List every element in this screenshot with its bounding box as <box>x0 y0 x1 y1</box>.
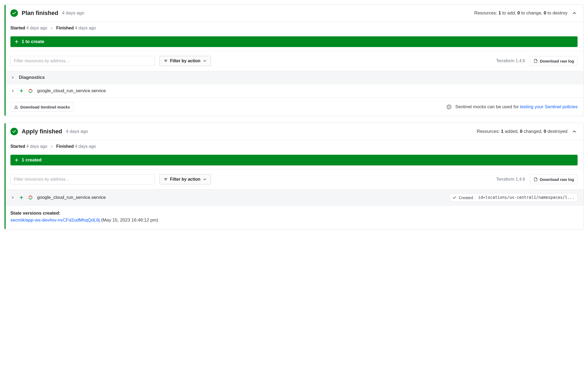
plus-icon <box>19 195 24 200</box>
download-icon <box>14 105 18 109</box>
created-status-chip: Created id=locations/us-central1/namespa… <box>450 193 578 202</box>
terraform-version: Terraform 1.4.6 <box>496 177 525 182</box>
plan-controls: Filter by action Terraform 1.4.6 Downloa… <box>5 51 583 71</box>
chevron-right-icon <box>10 76 15 79</box>
download-raw-log-button[interactable]: Download raw log <box>530 56 578 66</box>
resource-address: google_cloud_run_service.service <box>37 88 106 94</box>
apply-card: Apply finished 4 days ago Resources: 1 a… <box>4 123 584 230</box>
plan-header: Plan finished 4 days ago Resources: 1 to… <box>5 5 583 22</box>
collapse-plan-button[interactable] <box>571 10 578 16</box>
plan-timeline: Started 4 days ago › Finished 4 days ago <box>5 22 583 34</box>
chevron-right-icon <box>10 89 15 93</box>
state-versions-block: State versions created: secmik/app-ws-de… <box>5 206 583 229</box>
apply-ago: 4 days ago <box>66 129 88 134</box>
terraform-version: Terraform 1.4.6 <box>496 59 525 63</box>
gcp-icon <box>28 195 33 200</box>
file-icon <box>533 59 538 63</box>
info-icon <box>446 104 452 110</box>
apply-timeline: Started 4 days ago › Finished 4 days ago <box>5 140 583 153</box>
state-versions-title: State versions created: <box>10 211 578 216</box>
plan-resources-summary: Resources: 1 to add, 0 to change, 0 to d… <box>474 10 567 16</box>
diagnostics-row[interactable]: Diagnostics <box>5 71 583 84</box>
resource-id: id=locations/us-central1/namespaces/l... <box>475 195 575 200</box>
plan-card: Plan finished 4 days ago Resources: 1 to… <box>4 4 584 116</box>
file-icon <box>533 177 538 181</box>
apply-title: Apply finished <box>22 128 62 135</box>
apply-header: Apply finished 4 days ago Resources: 1 a… <box>5 123 583 140</box>
filter-resources-input[interactable] <box>10 56 155 66</box>
svg-point-10 <box>449 106 449 106</box>
filter-by-action-button[interactable]: Filter by action <box>160 174 211 184</box>
filter-by-action-button[interactable]: Filter by action <box>160 56 211 66</box>
plan-title: Plan finished <box>22 10 58 17</box>
state-version-link[interactable]: secmik/app-ws-dev#sv-nvCFd2udMhqQdL8j <box>10 218 100 223</box>
download-raw-log-button[interactable]: Download raw log <box>530 175 578 184</box>
apply-banner-label: 1 created <box>22 157 42 163</box>
plan-ago: 4 days ago <box>62 10 84 16</box>
plan-banner-label: 1 to create <box>22 39 44 44</box>
apply-controls: Filter by action Terraform 1.4.6 Downloa… <box>5 169 583 189</box>
chevron-right-icon: › <box>51 26 52 30</box>
filter-resources-input[interactable] <box>10 174 155 184</box>
download-sentinel-mocks-button[interactable]: Download Sentinel mocks <box>10 102 74 112</box>
check-circle-icon <box>10 128 18 135</box>
apply-resource-row[interactable]: google_cloud_run_service.service Created… <box>5 189 583 206</box>
state-version-timestamp: (May 15, 2023 16:48:12 pm) <box>100 218 158 223</box>
apply-created-banner[interactable]: 1 created <box>10 155 578 165</box>
plan-resource-row[interactable]: google_cloud_run_service.service <box>5 84 583 98</box>
chevron-right-icon <box>10 196 15 199</box>
sentinel-docs-link[interactable]: testing your Sentinel policies <box>520 104 578 109</box>
sentinel-info: Sentinel mocks can be used for testing y… <box>455 104 578 110</box>
resource-address: google_cloud_run_service.service <box>37 195 106 200</box>
check-circle-icon <box>10 9 18 17</box>
chevron-right-icon: › <box>51 144 52 149</box>
sentinel-bar: Download Sentinel mocks Sentinel mocks c… <box>5 98 583 116</box>
plus-icon <box>19 88 24 93</box>
plan-create-banner[interactable]: 1 to create <box>10 36 578 47</box>
collapse-apply-button[interactable] <box>571 128 578 135</box>
apply-resources-summary: Resources: 1 added, 0 changed, 0 destroy… <box>477 129 567 134</box>
check-icon <box>452 196 457 200</box>
gcp-icon <box>28 88 33 94</box>
